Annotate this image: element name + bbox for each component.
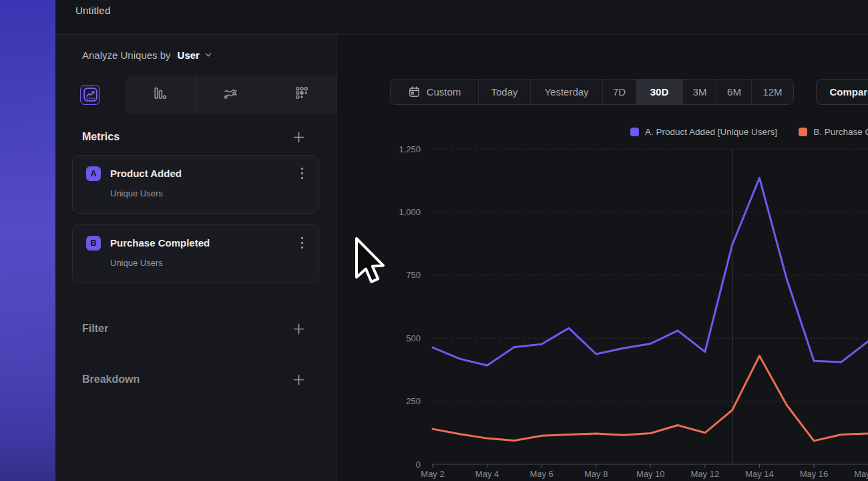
series-line-b (433, 356, 868, 441)
chart-type-tab-flow[interactable] (195, 75, 266, 114)
metric-subtitle: Unique Users (110, 258, 306, 268)
svg-text:1,250: 1,250 (399, 144, 421, 154)
svg-text:May 6: May 6 (529, 469, 553, 479)
metrics-title: Metrics (82, 131, 120, 143)
query-sidebar: Analyze Uniques by User Metrics AProduct… (55, 35, 337, 481)
top-bar: Untitled (55, 0, 868, 35)
filter-section-header: Filter (55, 321, 337, 336)
chevron-down-icon (204, 49, 212, 61)
svg-text:May 4: May 4 (475, 469, 499, 479)
metric-subtitle: Unique Users (110, 188, 306, 198)
svg-text:May 12: May 12 (691, 469, 720, 479)
metric-card-top: BPurchase Completed (86, 235, 306, 251)
analytics-app: Untitled Analyze Uniques by User Metrics… (0, 0, 868, 481)
add-breakdown-button[interactable] (291, 372, 306, 387)
metric-title: Product Added (110, 168, 298, 179)
analyze-label: Analyze Uniques by (82, 49, 171, 61)
chart-type-tab-group (125, 75, 337, 114)
analyze-by-value: User (178, 49, 200, 61)
chart-type-tab-bar-chart[interactable] (125, 75, 195, 114)
report-title[interactable]: Untitled (75, 5, 110, 16)
breakdown-section-header: Breakdown (55, 372, 337, 387)
x-axis-labels: May 2May 4May 6May 8May 10May 12May 14Ma… (421, 464, 868, 479)
metric-badge: B (86, 236, 101, 251)
series-line-a (433, 178, 868, 365)
decorative-gradient-strip (0, 0, 55, 481)
svg-text:750: 750 (406, 270, 421, 280)
flow-icon (222, 85, 239, 104)
svg-text:May 8: May 8 (584, 469, 608, 479)
svg-text:May 10: May 10 (636, 469, 665, 479)
svg-text:500: 500 (406, 333, 421, 343)
svg-text:May 18: May 18 (854, 469, 868, 479)
metric-card-top: AProduct Added (86, 166, 306, 181)
bar-chart-icon (152, 85, 168, 104)
add-metric-button[interactable] (291, 130, 306, 144)
grid-dots-icon (293, 85, 310, 104)
add-filter-button[interactable] (291, 321, 306, 336)
metric-badge: A (86, 166, 101, 181)
svg-text:250: 250 (406, 396, 421, 406)
svg-text:0: 0 (416, 460, 421, 470)
filter-title: Filter (82, 323, 108, 335)
metric-title: Purchase Completed (110, 237, 298, 249)
svg-text:May 2: May 2 (421, 469, 444, 479)
metric-card-b[interactable]: BPurchase CompletedUnique Users (72, 224, 319, 283)
metric-card-list: AProduct AddedUnique UsersBPurchase Comp… (55, 155, 337, 283)
kebab-menu-icon[interactable] (298, 235, 306, 251)
kebab-menu-icon[interactable] (298, 166, 306, 181)
metrics-section-header: Metrics (55, 130, 337, 144)
chart-type-tab-line-chart[interactable] (55, 75, 125, 114)
timeseries-chart[interactable]: 02505007501,0001,250May 2May 4May 6May 8… (337, 35, 868, 481)
breakdown-title: Breakdown (82, 373, 140, 385)
analyze-by-dropdown[interactable]: User (178, 49, 212, 61)
chart-panel: CustomTodayYesterday7D30D3M6M12M Compare… (337, 35, 868, 481)
svg-text:May 16: May 16 (800, 469, 829, 479)
chart-type-tabs (55, 75, 337, 114)
chart-type-tab-grid-dots[interactable] (266, 75, 337, 114)
svg-text:May 14: May 14 (745, 469, 774, 479)
svg-text:1,000: 1,000 (399, 207, 421, 217)
metric-card-a[interactable]: AProduct AddedUnique Users (72, 155, 319, 214)
line-chart-icon (80, 85, 100, 105)
analyze-row: Analyze Uniques by User (55, 35, 337, 75)
